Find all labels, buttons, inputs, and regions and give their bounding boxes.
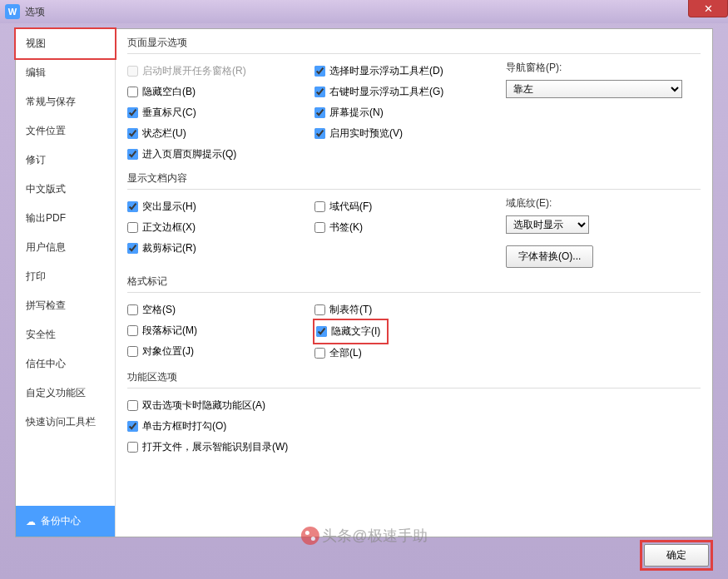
sidebar-item-view[interactable]: 视图 bbox=[14, 27, 116, 60]
chk-paragraph-marks[interactable]: 段落标记(M) bbox=[127, 320, 314, 341]
chk-click-check[interactable]: 单击方框时打勾(O) bbox=[127, 416, 701, 437]
sidebar-item-qat[interactable]: 快速访问工具栏 bbox=[16, 408, 115, 437]
window-title: 选项 bbox=[25, 5, 45, 19]
chk-spaces[interactable]: 空格(S) bbox=[127, 299, 314, 320]
chk-header-footer-hint[interactable]: 进入页眉页脚提示(Q) bbox=[127, 144, 314, 165]
close-icon: ✕ bbox=[704, 2, 713, 15]
chk-statusbar[interactable]: 状态栏(U) bbox=[127, 123, 314, 144]
sidebar-item-userinfo[interactable]: 用户信息 bbox=[16, 233, 115, 262]
group-doc-content: 显示文档内容 突出显示(H) 正文边框(X) 裁剪标记(R) 域代码(F) 书签… bbox=[127, 171, 701, 268]
chk-dblclick-hide-ribbon[interactable]: 双击选项卡时隐藏功能区(A) bbox=[127, 395, 701, 416]
chk-text-border[interactable]: 正文边框(X) bbox=[127, 217, 314, 238]
nav-pane-select[interactable]: 靠左 bbox=[506, 80, 682, 98]
chk-field-codes[interactable]: 域代码(F) bbox=[314, 196, 506, 217]
backup-button[interactable]: ☁ 备份中心 bbox=[16, 506, 115, 537]
chk-startup-taskpane[interactable]: 启动时展开任务窗格(R) bbox=[127, 61, 314, 82]
ok-button[interactable]: 确定 bbox=[644, 544, 709, 567]
close-button[interactable]: ✕ bbox=[688, 0, 728, 17]
chk-hide-blank[interactable]: 隐藏空白(B) bbox=[127, 82, 314, 102]
settings-panel: 页面显示选项 启动时展开任务窗格(R) 隐藏空白(B) 垂直标尺(C) 状态栏(… bbox=[116, 29, 712, 537]
sidebar-item-security[interactable]: 安全性 bbox=[16, 320, 115, 349]
chk-crop-marks[interactable]: 裁剪标记(R) bbox=[127, 238, 314, 259]
sidebar-item-print[interactable]: 打印 bbox=[16, 262, 115, 291]
group-ribbon: 功能区选项 双击选项卡时隐藏功能区(A) 单击方框时打勾(O) 打开文件，展示智… bbox=[127, 370, 701, 458]
group-title: 显示文档内容 bbox=[127, 171, 701, 190]
group-page-display: 页面显示选项 启动时展开任务窗格(R) 隐藏空白(B) 垂直标尺(C) 状态栏(… bbox=[127, 36, 701, 165]
group-title: 格式标记 bbox=[127, 275, 701, 293]
chk-object-position[interactable]: 对象位置(J) bbox=[127, 341, 314, 362]
group-format-marks: 格式标记 空格(S) 段落标记(M) 对象位置(J) 制表符(T) 隐藏文字(I… bbox=[127, 275, 701, 364]
sidebar-item-chinese[interactable]: 中文版式 bbox=[16, 175, 115, 204]
app-icon: W bbox=[5, 4, 20, 19]
sidebar-item-trust[interactable]: 信任中心 bbox=[16, 349, 115, 379]
font-substitution-button[interactable]: 字体替换(O)... bbox=[506, 245, 593, 268]
chk-live-preview[interactable]: 启用实时预览(V) bbox=[314, 123, 506, 144]
backup-label: 备份中心 bbox=[41, 514, 81, 528]
ok-button-highlight: 确定 bbox=[640, 540, 713, 571]
group-title: 功能区选项 bbox=[127, 370, 701, 388]
chk-selection-toolbar[interactable]: 选择时显示浮动工具栏(D) bbox=[314, 61, 506, 82]
sidebar: 视图 编辑 常规与保存 文件位置 修订 中文版式 输出PDF 用户信息 打印 拼… bbox=[16, 29, 116, 537]
sidebar-item-revision[interactable]: 修订 bbox=[16, 146, 115, 175]
field-shading-label: 域底纹(E): bbox=[506, 196, 701, 215]
titlebar: W 选项 ✕ bbox=[0, 0, 728, 23]
chk-screentip[interactable]: 屏幕提示(N) bbox=[314, 102, 506, 123]
sidebar-item-spell[interactable]: 拼写检查 bbox=[16, 291, 115, 320]
sidebar-item-general[interactable]: 常规与保存 bbox=[16, 87, 115, 116]
chk-smart-toc[interactable]: 打开文件，展示智能识别目录(W) bbox=[127, 437, 701, 458]
chk-bookmarks[interactable]: 书签(K) bbox=[314, 217, 506, 238]
sidebar-item-edit[interactable]: 编辑 bbox=[16, 58, 115, 87]
field-shading-select[interactable]: 选取时显示 bbox=[506, 215, 589, 234]
backup-icon: ☁ bbox=[26, 516, 36, 527]
chk-all[interactable]: 全部(L) bbox=[314, 343, 506, 364]
chk-rightclick-toolbar[interactable]: 右键时显示浮动工具栏(G) bbox=[314, 82, 506, 102]
nav-pane-label: 导航窗格(P): bbox=[506, 61, 701, 80]
chk-tabs[interactable]: 制表符(T) bbox=[314, 299, 506, 320]
chk-hidden-text[interactable]: 隐藏文字(I) bbox=[313, 319, 389, 344]
sidebar-item-pdf[interactable]: 输出PDF bbox=[16, 204, 115, 233]
chk-vertical-ruler[interactable]: 垂直标尺(C) bbox=[127, 102, 314, 123]
group-title: 页面显示选项 bbox=[127, 36, 701, 54]
sidebar-item-filelocation[interactable]: 文件位置 bbox=[16, 116, 115, 146]
sidebar-item-customribbon[interactable]: 自定义功能区 bbox=[16, 379, 115, 408]
chk-highlight[interactable]: 突出显示(H) bbox=[127, 196, 314, 217]
